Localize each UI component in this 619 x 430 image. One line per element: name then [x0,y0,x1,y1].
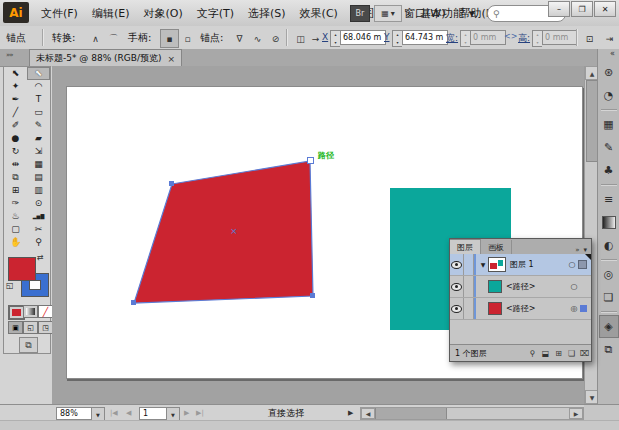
close-button[interactable]: ✕ [594,1,616,17]
column-graph-tool[interactable]: ▂▅▇ [27,210,50,223]
new-layer-icon[interactable]: ❏ [565,349,578,358]
menu-edit[interactable]: 编辑(E) [85,0,137,26]
dock-expand-icon[interactable]: « [610,49,619,61]
artboard-tool[interactable]: ▢ [4,223,27,236]
eyedropper-tool[interactable]: ✑ [4,197,27,210]
x-input[interactable]: 68.046 m [340,30,386,45]
selection-indicator[interactable] [580,305,587,312]
anchor-point-bottom-right[interactable] [310,293,315,298]
gradient-tool[interactable]: ▥ [27,184,50,197]
draw-normal-button[interactable]: ▣ [8,321,23,334]
x-label[interactable]: X [322,32,328,42]
menu-select[interactable]: 选择(S) [241,0,293,26]
eraser-tool[interactable]: ▰ [27,132,50,145]
visibility-toggle[interactable] [450,254,464,275]
menu-effect[interactable]: 效果(C) [293,0,345,26]
swatches-panel-button[interactable]: ▦ [599,113,619,136]
rotate-tool[interactable]: ↻ [4,145,27,158]
target-circle-selected-icon[interactable]: ◎ [568,304,580,313]
menu-object[interactable]: 对象(O) [136,0,189,26]
spin-down-icon[interactable]: ▾ [393,39,402,47]
align-panel-button[interactable]: ⇥ [600,29,619,48]
mesh-tool[interactable]: ⊞ [4,184,27,197]
hand-tool[interactable]: ✋ [4,236,27,249]
spin-down-icon[interactable]: ▾ [331,39,340,47]
lock-toggle[interactable] [464,276,474,297]
panel-menu-icon[interactable]: ▾ [583,246,587,254]
red-path-shape[interactable] [134,161,313,303]
layer-row-teal-path[interactable]: <路径> ○ [450,276,591,298]
symbol-sprayer-tool[interactable]: ♨ [4,210,27,223]
pen-tool[interactable]: ✒ [4,93,27,106]
remove-anchor-button[interactable]: ∇ [230,29,249,48]
new-sublayer-icon[interactable]: ⊞ [552,349,565,358]
menu-file[interactable]: 文件(F) [34,0,85,26]
path-name[interactable]: <路径> [506,281,568,292]
tab-close-icon[interactable]: × [168,54,176,64]
lock-toggle[interactable] [464,298,474,319]
next-artboard-button[interactable]: ▶ [184,409,189,417]
gradient-panel-button[interactable] [599,211,619,234]
first-artboard-button[interactable]: |◀ [110,409,118,417]
symbols-panel-button[interactable]: ♣ [599,159,619,182]
x-stepper[interactable]: ▴ ▾ [330,30,340,47]
line-segment-tool[interactable]: ╱ [4,106,27,119]
horizontal-scroll-thumb[interactable] [375,408,447,419]
target-circle-icon[interactable]: ○ [568,282,580,291]
layer-row-layer1[interactable]: ▼ 图层 1 ○ [450,254,591,276]
anchor-point-top-left[interactable] [169,181,174,186]
convert-to-corner-button[interactable]: ∧ [86,29,105,48]
slice-tool[interactable]: ✂ [27,223,50,236]
last-artboard-button[interactable]: ▶| [196,409,204,417]
y-input[interactable]: 64.743 m [402,30,448,45]
tools-panel-collapse-icon[interactable]: »» [6,51,13,59]
spin-up-icon[interactable]: ▴ [331,31,340,39]
lock-toggle[interactable] [464,254,474,275]
appearance-panel-button[interactable]: ◎ [599,263,619,286]
panel-collapse-icon[interactable]: » [575,246,579,254]
delete-layer-icon[interactable]: ⌧ [578,349,591,358]
scroll-track[interactable] [447,408,569,419]
convert-to-smooth-button[interactable]: ⌒ [104,29,123,48]
tab-layers[interactable]: 图层 [450,239,481,254]
visibility-toggle[interactable] [450,276,464,297]
make-clipping-mask-icon[interactable]: ⬓ [539,349,552,358]
status-flyout-icon[interactable]: ▶ [348,409,353,417]
paintbrush-tool[interactable]: ✐ [4,119,27,132]
connect-anchors-button[interactable]: ∿ [248,29,267,48]
gradient-mode-button[interactable] [23,305,38,318]
bridge-icon[interactable]: Br [350,5,370,22]
path-name[interactable]: <路径> [506,303,568,314]
type-tool[interactable]: T [27,93,50,106]
workspace-switcher[interactable]: 基本功能 ▾ [420,0,475,26]
swap-fill-stroke-icon[interactable]: ⇄ [37,253,44,262]
lasso-tool[interactable]: ◠ [27,80,50,93]
selection-tool[interactable]: ⬉ [4,67,27,80]
default-fill-stroke-icon[interactable]: ◱ [6,281,14,290]
minimize-button[interactable]: – [548,1,570,17]
blend-tool[interactable]: ⊙ [27,197,50,210]
perspective-grid-tool[interactable]: ▤ [27,171,50,184]
visibility-toggle[interactable] [450,298,464,319]
magic-wand-tool[interactable]: ✦ [4,80,27,93]
layer-name[interactable]: 图层 1 [510,259,566,270]
transform-panel-button[interactable]: ⊡ [580,29,599,48]
scroll-left-button[interactable]: ◀ [361,408,375,419]
change-screen-mode-button[interactable]: ⧉ [19,337,38,353]
draw-behind-button[interactable]: ◱ [23,321,38,334]
fill-color-swatch[interactable] [8,257,36,281]
tab-artboards[interactable]: 画板 [481,240,512,254]
color-panel-button[interactable]: ⊛ [599,61,619,84]
document-tab[interactable]: 未标题-5* @ 88% (RGB/预览) × [29,49,182,67]
menu-type[interactable]: 文字(T) [190,0,241,26]
previous-artboard-button[interactable]: ◀ [126,409,131,417]
hide-handles-button[interactable]: ▫ [178,29,197,48]
disclosure-triangle-icon[interactable]: ▼ [478,261,488,268]
path-thumbnail[interactable] [488,302,502,315]
selection-indicator[interactable] [578,260,587,269]
shape-builder-tool[interactable]: ⧉ [4,171,27,184]
show-handles-button[interactable]: ▪ [160,29,179,48]
locate-object-icon[interactable]: ⚲ [526,349,539,358]
pencil-tool[interactable]: ✎ [27,119,50,132]
anchor-point-top-right-selected[interactable] [307,157,314,164]
